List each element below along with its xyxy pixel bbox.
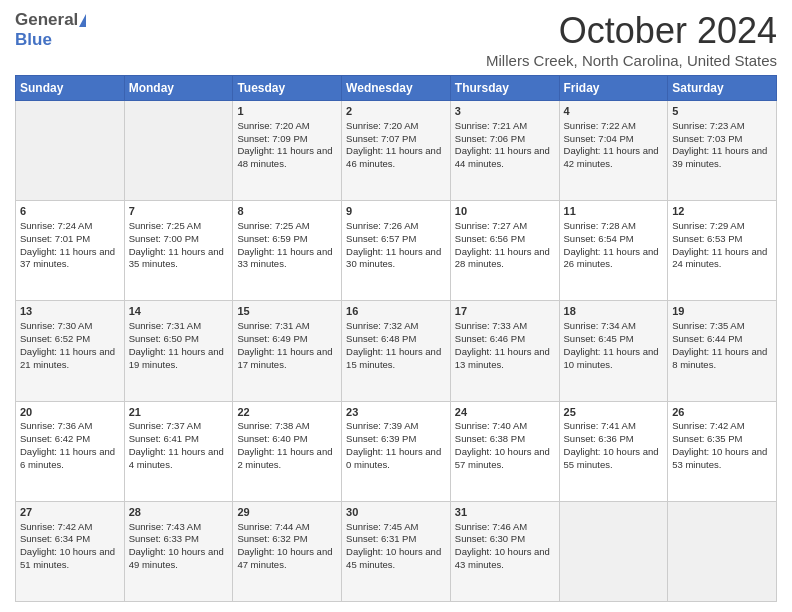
daylight-text: Daylight: 10 hours and 47 minutes. — [237, 546, 332, 570]
sunset-text: Sunset: 6:30 PM — [455, 533, 525, 544]
daylight-text: Daylight: 11 hours and 17 minutes. — [237, 346, 332, 370]
sunrise-text: Sunrise: 7:35 AM — [672, 320, 744, 331]
sunrise-text: Sunrise: 7:24 AM — [20, 220, 92, 231]
daylight-text: Daylight: 10 hours and 55 minutes. — [564, 446, 659, 470]
table-row: 10Sunrise: 7:27 AMSunset: 6:56 PMDayligh… — [450, 201, 559, 301]
sunrise-text: Sunrise: 7:21 AM — [455, 120, 527, 131]
sunset-text: Sunset: 6:56 PM — [455, 233, 525, 244]
day-number: 5 — [672, 104, 772, 119]
sunset-text: Sunset: 6:57 PM — [346, 233, 416, 244]
daylight-text: Daylight: 11 hours and 39 minutes. — [672, 145, 767, 169]
table-row: 13Sunrise: 7:30 AMSunset: 6:52 PMDayligh… — [16, 301, 125, 401]
sunrise-text: Sunrise: 7:32 AM — [346, 320, 418, 331]
day-number: 12 — [672, 204, 772, 219]
daylight-text: Daylight: 10 hours and 49 minutes. — [129, 546, 224, 570]
logo-blue: Blue — [15, 30, 52, 49]
day-number: 30 — [346, 505, 446, 520]
sunset-text: Sunset: 6:53 PM — [672, 233, 742, 244]
logo-general: General — [15, 10, 78, 30]
daylight-text: Daylight: 11 hours and 28 minutes. — [455, 246, 550, 270]
daylight-text: Daylight: 11 hours and 26 minutes. — [564, 246, 659, 270]
table-row: 9Sunrise: 7:26 AMSunset: 6:57 PMDaylight… — [342, 201, 451, 301]
sunrise-text: Sunrise: 7:31 AM — [237, 320, 309, 331]
sunset-text: Sunset: 6:41 PM — [129, 433, 199, 444]
day-number: 13 — [20, 304, 120, 319]
sunrise-text: Sunrise: 7:42 AM — [672, 420, 744, 431]
sunrise-text: Sunrise: 7:28 AM — [564, 220, 636, 231]
sunset-text: Sunset: 6:42 PM — [20, 433, 90, 444]
col-saturday: Saturday — [668, 76, 777, 101]
table-row: 26Sunrise: 7:42 AMSunset: 6:35 PMDayligh… — [668, 401, 777, 501]
table-row: 17Sunrise: 7:33 AMSunset: 6:46 PMDayligh… — [450, 301, 559, 401]
sunset-text: Sunset: 6:35 PM — [672, 433, 742, 444]
day-number: 2 — [346, 104, 446, 119]
sunrise-text: Sunrise: 7:34 AM — [564, 320, 636, 331]
table-row: 11Sunrise: 7:28 AMSunset: 6:54 PMDayligh… — [559, 201, 668, 301]
sunset-text: Sunset: 6:32 PM — [237, 533, 307, 544]
daylight-text: Daylight: 10 hours and 45 minutes. — [346, 546, 441, 570]
sunset-text: Sunset: 6:52 PM — [20, 333, 90, 344]
day-number: 18 — [564, 304, 664, 319]
table-row: 21Sunrise: 7:37 AMSunset: 6:41 PMDayligh… — [124, 401, 233, 501]
sunrise-text: Sunrise: 7:22 AM — [564, 120, 636, 131]
table-row: 2Sunrise: 7:20 AMSunset: 7:07 PMDaylight… — [342, 101, 451, 201]
calendar-table: Sunday Monday Tuesday Wednesday Thursday… — [15, 75, 777, 602]
sunset-text: Sunset: 7:01 PM — [20, 233, 90, 244]
table-row: 18Sunrise: 7:34 AMSunset: 6:45 PMDayligh… — [559, 301, 668, 401]
day-number: 17 — [455, 304, 555, 319]
daylight-text: Daylight: 11 hours and 30 minutes. — [346, 246, 441, 270]
table-row — [668, 501, 777, 601]
sunrise-text: Sunrise: 7:39 AM — [346, 420, 418, 431]
table-row: 28Sunrise: 7:43 AMSunset: 6:33 PMDayligh… — [124, 501, 233, 601]
daylight-text: Daylight: 11 hours and 42 minutes. — [564, 145, 659, 169]
page: General Blue October 2024 Millers Creek,… — [0, 0, 792, 612]
sunrise-text: Sunrise: 7:27 AM — [455, 220, 527, 231]
table-row: 14Sunrise: 7:31 AMSunset: 6:50 PMDayligh… — [124, 301, 233, 401]
sunrise-text: Sunrise: 7:42 AM — [20, 521, 92, 532]
day-number: 8 — [237, 204, 337, 219]
sunrise-text: Sunrise: 7:25 AM — [129, 220, 201, 231]
table-row: 31Sunrise: 7:46 AMSunset: 6:30 PMDayligh… — [450, 501, 559, 601]
day-number: 26 — [672, 405, 772, 420]
sunset-text: Sunset: 6:44 PM — [672, 333, 742, 344]
sunrise-text: Sunrise: 7:20 AM — [346, 120, 418, 131]
sunrise-text: Sunrise: 7:43 AM — [129, 521, 201, 532]
sunrise-text: Sunrise: 7:20 AM — [237, 120, 309, 131]
table-row: 12Sunrise: 7:29 AMSunset: 6:53 PMDayligh… — [668, 201, 777, 301]
daylight-text: Daylight: 11 hours and 13 minutes. — [455, 346, 550, 370]
table-row: 22Sunrise: 7:38 AMSunset: 6:40 PMDayligh… — [233, 401, 342, 501]
day-number: 21 — [129, 405, 229, 420]
sunset-text: Sunset: 6:33 PM — [129, 533, 199, 544]
daylight-text: Daylight: 11 hours and 24 minutes. — [672, 246, 767, 270]
sunset-text: Sunset: 7:00 PM — [129, 233, 199, 244]
sunrise-text: Sunrise: 7:31 AM — [129, 320, 201, 331]
day-number: 14 — [129, 304, 229, 319]
daylight-text: Daylight: 10 hours and 53 minutes. — [672, 446, 767, 470]
col-monday: Monday — [124, 76, 233, 101]
sunrise-text: Sunrise: 7:36 AM — [20, 420, 92, 431]
sunrise-text: Sunrise: 7:45 AM — [346, 521, 418, 532]
sunset-text: Sunset: 6:39 PM — [346, 433, 416, 444]
calendar-week-2: 13Sunrise: 7:30 AMSunset: 6:52 PMDayligh… — [16, 301, 777, 401]
daylight-text: Daylight: 11 hours and 8 minutes. — [672, 346, 767, 370]
daylight-text: Daylight: 11 hours and 46 minutes. — [346, 145, 441, 169]
header: General Blue October 2024 Millers Creek,… — [15, 10, 777, 69]
sunset-text: Sunset: 6:36 PM — [564, 433, 634, 444]
logo-blue-line: Blue — [15, 30, 52, 50]
sunrise-text: Sunrise: 7:37 AM — [129, 420, 201, 431]
sunset-text: Sunset: 6:48 PM — [346, 333, 416, 344]
title-section: October 2024 Millers Creek, North Caroli… — [486, 10, 777, 69]
sunset-text: Sunset: 6:34 PM — [20, 533, 90, 544]
logo: General Blue — [15, 10, 86, 50]
daylight-text: Daylight: 11 hours and 48 minutes. — [237, 145, 332, 169]
day-number: 25 — [564, 405, 664, 420]
sunset-text: Sunset: 6:45 PM — [564, 333, 634, 344]
calendar-header-row: Sunday Monday Tuesday Wednesday Thursday… — [16, 76, 777, 101]
col-wednesday: Wednesday — [342, 76, 451, 101]
table-row: 29Sunrise: 7:44 AMSunset: 6:32 PMDayligh… — [233, 501, 342, 601]
daylight-text: Daylight: 11 hours and 44 minutes. — [455, 145, 550, 169]
day-number: 27 — [20, 505, 120, 520]
calendar-week-4: 27Sunrise: 7:42 AMSunset: 6:34 PMDayligh… — [16, 501, 777, 601]
col-friday: Friday — [559, 76, 668, 101]
table-row: 6Sunrise: 7:24 AMSunset: 7:01 PMDaylight… — [16, 201, 125, 301]
